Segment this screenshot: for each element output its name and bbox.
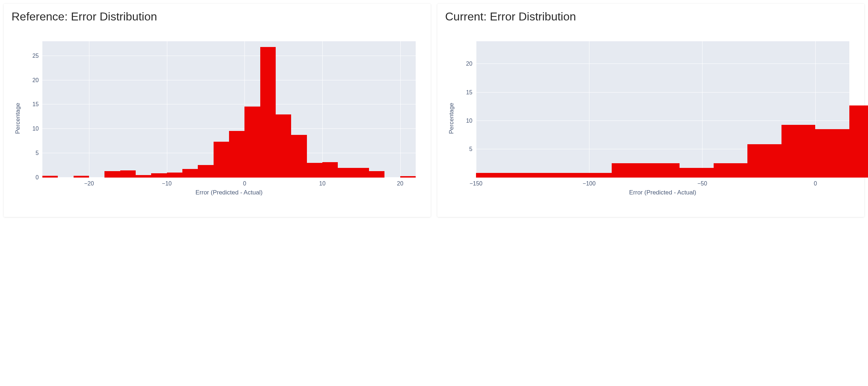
x-tick-label: 20 xyxy=(397,178,403,187)
histogram-bar xyxy=(322,162,338,178)
histogram-bar xyxy=(578,173,612,178)
x-tick-label: 10 xyxy=(319,178,326,187)
gridline-h xyxy=(476,121,849,121)
histogram-bar xyxy=(167,173,182,178)
x-axis-label: Error (Predicted - Actual) xyxy=(195,189,262,196)
histogram-bar xyxy=(136,175,151,178)
x-tick-label: −10 xyxy=(162,178,172,187)
gridline-h xyxy=(42,56,416,56)
histogram-bar xyxy=(291,135,307,178)
gridline-v xyxy=(702,41,703,178)
histogram-bar xyxy=(260,47,276,178)
histogram-bar xyxy=(354,168,369,178)
card-title: Reference: Error Distribution xyxy=(11,10,423,23)
y-tick-label: 20 xyxy=(32,77,42,84)
gridline-v xyxy=(89,41,89,178)
card-title: Current: Error Distribution xyxy=(445,10,857,23)
histogram-bar xyxy=(276,114,291,178)
histogram-bar xyxy=(714,163,748,178)
y-tick-label: 10 xyxy=(32,126,42,132)
card-reference-error-distribution: Reference: Error Distribution Percentage… xyxy=(4,4,431,217)
histogram-bar xyxy=(815,129,849,178)
y-tick-label: 25 xyxy=(32,53,42,59)
plot-area: Error (Predicted - Actual) 5101520−150−1… xyxy=(476,41,849,178)
histogram-bar xyxy=(646,163,680,178)
histogram-bar xyxy=(74,176,89,178)
histogram-bar xyxy=(747,144,781,178)
x-tick-label: 0 xyxy=(243,178,246,187)
y-tick-label: 5 xyxy=(36,150,42,156)
chart-current: Percentage Error (Predicted - Actual) 51… xyxy=(445,34,857,203)
gridline-h xyxy=(42,104,416,104)
histogram-bar xyxy=(400,176,416,178)
y-tick-label: 10 xyxy=(466,118,476,124)
y-tick-label: 5 xyxy=(469,146,476,152)
histogram-bar xyxy=(229,131,244,178)
histogram-bar xyxy=(680,168,714,178)
histogram-bar xyxy=(151,173,167,178)
gridline-h xyxy=(42,80,416,80)
histogram-bar xyxy=(476,173,510,178)
x-axis-label: Error (Predicted - Actual) xyxy=(629,189,696,196)
histogram-bar xyxy=(42,176,58,178)
y-axis-label: Percentage xyxy=(448,103,455,134)
histogram-bar xyxy=(338,168,353,178)
gridline-v xyxy=(167,41,167,178)
gridline-v xyxy=(400,41,401,178)
histogram-bar xyxy=(510,173,544,178)
card-current-error-distribution: Current: Error Distribution Percentage E… xyxy=(437,4,864,217)
gridline-v xyxy=(322,41,323,178)
x-tick-label: −20 xyxy=(84,178,94,187)
histogram-bar xyxy=(120,170,136,178)
y-tick-label: 15 xyxy=(32,101,42,108)
histogram-bar xyxy=(307,163,322,178)
chart-reference: Percentage Error (Predicted - Actual) 05… xyxy=(11,34,423,203)
y-tick-label: 20 xyxy=(466,61,476,67)
gridline-v xyxy=(589,41,589,178)
histogram-bar xyxy=(182,169,198,178)
histogram-bar xyxy=(214,142,229,178)
histogram-bar xyxy=(612,163,646,178)
histogram-bar xyxy=(198,165,213,178)
gridline-h xyxy=(476,92,849,93)
plot-area: Error (Predicted - Actual) 0510152025−20… xyxy=(42,41,416,178)
y-axis-label: Percentage xyxy=(14,103,22,134)
histogram-bar xyxy=(244,107,260,178)
histogram-bar xyxy=(781,125,816,178)
gridline-v xyxy=(476,41,476,178)
x-tick-label: −150 xyxy=(470,178,482,187)
x-tick-label: −100 xyxy=(583,178,596,187)
histogram-bar xyxy=(544,173,578,178)
y-tick-label: 15 xyxy=(466,89,476,96)
x-tick-label: 0 xyxy=(814,178,817,187)
gridline-h xyxy=(42,128,416,129)
x-tick-label: −50 xyxy=(697,178,707,187)
gridline-h xyxy=(476,63,849,64)
y-tick-label: 0 xyxy=(36,174,42,181)
histogram-bar xyxy=(849,105,868,178)
histogram-bar xyxy=(104,171,120,178)
histogram-bar xyxy=(369,171,384,178)
